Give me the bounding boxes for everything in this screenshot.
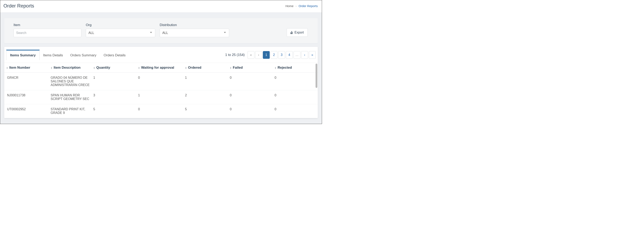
cell-failed: 0 [228, 73, 273, 90]
cell-waiting: 1 [136, 90, 183, 104]
col-ordered[interactable]: ▲▼Ordered [183, 63, 228, 73]
cell-description: SPAN HUMAN RDR SCRIPT GEOMETRY SEC [49, 90, 92, 104]
cell-failed: 0 [228, 104, 273, 118]
cell-waiting: 0 [136, 104, 183, 118]
breadcrumb: Home › Order Reports [286, 4, 318, 8]
sort-icon: ▲▼ [274, 67, 276, 69]
export-wrap: Export [287, 28, 308, 37]
distribution-select[interactable]: ALL [160, 29, 229, 37]
pagination-range: 1 to 25 (154) [225, 53, 245, 57]
col-waiting[interactable]: ▲▼Waiting for approval [136, 63, 183, 73]
sort-icon: ▲▼ [185, 67, 187, 69]
filter-distribution: Distribution ALL [160, 23, 229, 37]
page-1-button[interactable]: 1 [263, 51, 270, 59]
page-title: Order Reports [4, 3, 34, 9]
export-label: Export [294, 31, 304, 34]
breadcrumb-current: Order Reports [298, 4, 318, 8]
cell-rejected: 0 [273, 90, 318, 104]
sort-icon: ▲▼ [51, 67, 52, 69]
table-row: UT00002952 STANDARD PRINT KIT, GRADE 9 5… [4, 104, 318, 118]
items-summary-table: ▲▼Item Number ▲▼Item Description ▲▼Quant… [4, 63, 318, 118]
cell-ordered: 5 [183, 104, 228, 118]
cell-item-number: UT00002952 [4, 104, 49, 118]
filter-distribution-label: Distribution [160, 23, 229, 27]
tabs: Items Summary Items Details Orders Summa… [6, 50, 129, 60]
table-row: GR4CR GRADO 04 NÚMERO DE SALONES QUE ADM… [4, 73, 318, 90]
page-root: Order Reports Home › Order Reports Item … [0, 0, 322, 124]
chart-icon [290, 31, 292, 34]
chevron-down-icon [223, 31, 226, 35]
col-item-description[interactable]: ▲▼Item Description [49, 63, 92, 73]
page-next-button[interactable]: › [301, 51, 308, 59]
page-2-button[interactable]: 2 [270, 51, 278, 59]
cell-failed: 0 [228, 90, 273, 104]
table-row: NJ00011738 SPAN HUMAN RDR SCRIPT GEOMETR… [4, 90, 318, 104]
page-3-button[interactable]: 3 [278, 51, 285, 59]
sort-icon: ▲▼ [230, 67, 232, 69]
pagination: 1 to 25 (154) « ‹ 1 2 3 4 … › » [225, 51, 316, 59]
filter-org-label: Org [86, 23, 155, 27]
cell-description: STANDARD PRINT KIT, GRADE 9 [49, 104, 92, 118]
col-failed[interactable]: ▲▼Failed [228, 63, 273, 73]
tab-items-details[interactable]: Items Details [40, 50, 66, 60]
tab-orders-details[interactable]: Orders Details [100, 50, 129, 60]
cell-description: GRADO 04 NÚMERO DE SALONES QUE ADMINISTR… [49, 73, 92, 90]
cell-rejected: 0 [273, 73, 318, 90]
cell-item-number: GR4CR [4, 73, 49, 90]
distribution-select-value: ALL [162, 31, 168, 35]
chevron-down-icon [150, 31, 152, 35]
sort-icon: ▲▼ [138, 67, 140, 69]
chevron-right-icon: › [296, 4, 296, 8]
export-button[interactable]: Export [287, 28, 308, 37]
tab-orders-summary[interactable]: Orders Summary [66, 50, 100, 60]
search-input[interactable] [14, 29, 81, 37]
page-first-button[interactable]: « [248, 51, 254, 59]
cell-waiting: 0 [136, 73, 183, 90]
cell-item-number: NJ00011738 [4, 90, 49, 104]
cell-rejected: 0 [273, 104, 318, 118]
cell-quantity: 5 [92, 104, 136, 118]
sort-icon: ▲▼ [6, 67, 8, 69]
topbar: Order Reports Home › Order Reports [0, 0, 322, 12]
col-rejected[interactable]: ▲▼Rejected [273, 63, 318, 73]
table-wrap: ▲▼Item Number ▲▼Item Description ▲▼Quant… [4, 62, 318, 118]
filter-item: Item [14, 23, 81, 37]
cell-ordered: 2 [183, 90, 228, 104]
page-last-button[interactable]: » [309, 51, 316, 59]
filter-card: Item Org ALL Distribution ALL [4, 18, 318, 43]
col-item-number[interactable]: ▲▼Item Number [4, 63, 49, 73]
filter-item-label: Item [14, 23, 81, 27]
filter-org: Org ALL [86, 23, 155, 37]
col-quantity[interactable]: ▲▼Quantity [92, 63, 136, 73]
tabs-row: Items Summary Items Details Orders Summa… [4, 47, 318, 60]
sort-icon: ▲▼ [93, 67, 95, 69]
cell-quantity: 3 [92, 90, 136, 104]
table-header-row: ▲▼Item Number ▲▼Item Description ▲▼Quant… [4, 63, 318, 73]
breadcrumb-home[interactable]: Home [286, 4, 294, 8]
pagination-list: « ‹ 1 2 3 4 … › » [248, 51, 316, 59]
scrollbar-thumb[interactable] [316, 64, 317, 88]
cell-ordered: 1 [183, 73, 228, 90]
cell-quantity: 1 [92, 73, 136, 90]
main-card: Items Summary Items Details Orders Summa… [4, 47, 318, 118]
tab-items-summary[interactable]: Items Summary [6, 50, 40, 60]
content-area: Item Org ALL Distribution ALL [0, 12, 322, 124]
page-4-button[interactable]: 4 [286, 51, 293, 59]
org-select[interactable]: ALL [86, 29, 155, 37]
page-prev-button[interactable]: ‹ [255, 51, 262, 59]
page-ellipsis: … [294, 51, 300, 59]
org-select-value: ALL [88, 31, 94, 35]
